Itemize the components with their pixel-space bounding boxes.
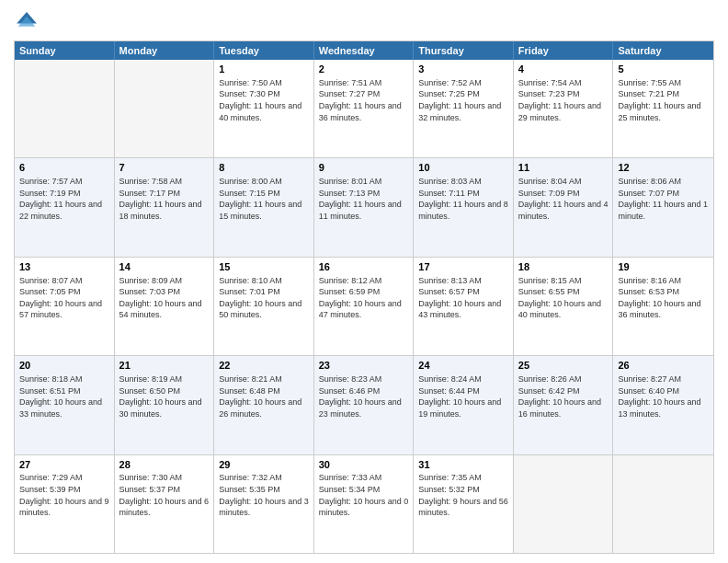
weekday-header: Thursday <box>414 41 514 60</box>
day-number: 5 <box>618 63 709 76</box>
logo-icon <box>14 9 40 35</box>
day-number: 10 <box>418 161 508 175</box>
day-info: Sunrise: 7:50 AM Sunset: 7:30 PM Dayligh… <box>219 77 309 123</box>
weekday-header: Saturday <box>613 41 713 60</box>
calendar-body: 1Sunrise: 7:50 AM Sunset: 7:30 PM Daylig… <box>15 60 713 553</box>
calendar-cell: 29Sunrise: 7:32 AM Sunset: 5:35 PM Dayli… <box>214 455 314 553</box>
calendar-cell: 3Sunrise: 7:52 AM Sunset: 7:25 PM Daylig… <box>414 60 514 157</box>
calendar-cell: 27Sunrise: 7:29 AM Sunset: 5:39 PM Dayli… <box>15 455 115 553</box>
day-info: Sunrise: 7:29 AM Sunset: 5:39 PM Dayligh… <box>19 472 109 518</box>
calendar-cell: 1Sunrise: 7:50 AM Sunset: 7:30 PM Daylig… <box>214 60 314 157</box>
calendar: SundayMondayTuesdayWednesdayThursdayFrid… <box>14 40 714 554</box>
day-info: Sunrise: 8:00 AM Sunset: 7:15 PM Dayligh… <box>219 176 309 222</box>
day-number: 26 <box>618 359 709 373</box>
calendar-row: 6Sunrise: 7:57 AM Sunset: 7:19 PM Daylig… <box>15 157 713 256</box>
calendar-cell: 10Sunrise: 8:03 AM Sunset: 7:11 PM Dayli… <box>414 158 514 256</box>
day-number: 14 <box>119 260 210 274</box>
calendar-cell: 2Sunrise: 7:51 AM Sunset: 7:27 PM Daylig… <box>314 60 415 157</box>
calendar-cell: 28Sunrise: 7:30 AM Sunset: 5:37 PM Dayli… <box>115 455 215 553</box>
day-number: 27 <box>19 458 109 472</box>
day-info: Sunrise: 8:10 AM Sunset: 7:01 PM Dayligh… <box>219 275 309 321</box>
day-info: Sunrise: 8:04 AM Sunset: 7:09 PM Dayligh… <box>518 176 609 222</box>
day-info: Sunrise: 7:58 AM Sunset: 7:17 PM Dayligh… <box>119 176 210 222</box>
calendar-cell <box>115 60 215 157</box>
day-info: Sunrise: 8:24 AM Sunset: 6:44 PM Dayligh… <box>418 373 508 419</box>
day-info: Sunrise: 7:32 AM Sunset: 5:35 PM Dayligh… <box>219 472 309 518</box>
day-number: 2 <box>319 63 409 76</box>
calendar-row: 27Sunrise: 7:29 AM Sunset: 5:39 PM Dayli… <box>15 454 713 553</box>
day-number: 19 <box>618 260 709 274</box>
calendar-cell: 18Sunrise: 8:15 AM Sunset: 6:55 PM Dayli… <box>514 258 614 355</box>
calendar-row: 1Sunrise: 7:50 AM Sunset: 7:30 PM Daylig… <box>15 60 713 157</box>
calendar-cell: 15Sunrise: 8:10 AM Sunset: 7:01 PM Dayli… <box>214 258 314 355</box>
calendar-cell: 20Sunrise: 8:18 AM Sunset: 6:51 PM Dayli… <box>15 356 115 454</box>
calendar-row: 20Sunrise: 8:18 AM Sunset: 6:51 PM Dayli… <box>15 355 713 454</box>
day-number: 1 <box>219 63 309 76</box>
day-info: Sunrise: 8:03 AM Sunset: 7:11 PM Dayligh… <box>418 176 508 222</box>
day-number: 29 <box>219 458 309 472</box>
day-number: 16 <box>319 260 409 274</box>
day-number: 31 <box>418 458 508 472</box>
day-number: 12 <box>618 161 709 175</box>
day-info: Sunrise: 8:19 AM Sunset: 6:50 PM Dayligh… <box>119 373 210 419</box>
day-info: Sunrise: 8:15 AM Sunset: 6:55 PM Dayligh… <box>518 275 609 321</box>
day-number: 4 <box>518 63 609 76</box>
calendar-cell: 6Sunrise: 7:57 AM Sunset: 7:19 PM Daylig… <box>15 158 115 256</box>
calendar-cell: 16Sunrise: 8:12 AM Sunset: 6:59 PM Dayli… <box>314 258 415 355</box>
calendar-cell: 22Sunrise: 8:21 AM Sunset: 6:48 PM Dayli… <box>214 356 314 454</box>
day-info: Sunrise: 7:35 AM Sunset: 5:32 PM Dayligh… <box>418 472 508 518</box>
calendar-cell: 5Sunrise: 7:55 AM Sunset: 7:21 PM Daylig… <box>613 60 713 157</box>
day-number: 6 <box>19 161 109 175</box>
day-info: Sunrise: 8:23 AM Sunset: 6:46 PM Dayligh… <box>319 373 409 419</box>
day-number: 11 <box>518 161 609 175</box>
day-info: Sunrise: 7:33 AM Sunset: 5:34 PM Dayligh… <box>319 472 409 518</box>
day-number: 3 <box>418 63 508 76</box>
day-info: Sunrise: 8:13 AM Sunset: 6:57 PM Dayligh… <box>418 275 508 321</box>
day-info: Sunrise: 8:18 AM Sunset: 6:51 PM Dayligh… <box>19 373 109 419</box>
day-number: 24 <box>418 359 508 373</box>
calendar-cell: 11Sunrise: 8:04 AM Sunset: 7:09 PM Dayli… <box>514 158 614 256</box>
day-info: Sunrise: 7:30 AM Sunset: 5:37 PM Dayligh… <box>119 472 210 518</box>
day-number: 22 <box>219 359 309 373</box>
day-info: Sunrise: 8:12 AM Sunset: 6:59 PM Dayligh… <box>319 275 409 321</box>
logo <box>14 9 43 35</box>
day-info: Sunrise: 8:27 AM Sunset: 6:40 PM Dayligh… <box>618 373 709 419</box>
day-info: Sunrise: 7:51 AM Sunset: 7:27 PM Dayligh… <box>319 77 409 123</box>
calendar-cell: 17Sunrise: 8:13 AM Sunset: 6:57 PM Dayli… <box>414 258 514 355</box>
day-number: 9 <box>319 161 409 175</box>
day-info: Sunrise: 7:52 AM Sunset: 7:25 PM Dayligh… <box>418 77 508 123</box>
calendar-cell: 30Sunrise: 7:33 AM Sunset: 5:34 PM Dayli… <box>314 455 415 553</box>
calendar-cell: 8Sunrise: 8:00 AM Sunset: 7:15 PM Daylig… <box>214 158 314 256</box>
day-number: 7 <box>119 161 210 175</box>
day-number: 23 <box>319 359 409 373</box>
day-number: 18 <box>518 260 609 274</box>
calendar-cell <box>613 455 713 553</box>
day-number: 20 <box>19 359 109 373</box>
calendar-cell: 4Sunrise: 7:54 AM Sunset: 7:23 PM Daylig… <box>514 60 614 157</box>
calendar-cell: 21Sunrise: 8:19 AM Sunset: 6:50 PM Dayli… <box>115 356 215 454</box>
day-number: 8 <box>219 161 309 175</box>
calendar-cell: 31Sunrise: 7:35 AM Sunset: 5:32 PM Dayli… <box>414 455 514 553</box>
day-number: 15 <box>219 260 309 274</box>
day-number: 28 <box>119 458 210 472</box>
day-number: 13 <box>19 260 109 274</box>
calendar-cell: 14Sunrise: 8:09 AM Sunset: 7:03 PM Dayli… <box>115 258 215 355</box>
weekday-header: Friday <box>514 41 614 60</box>
weekday-header: Wednesday <box>314 41 415 60</box>
calendar-cell: 9Sunrise: 8:01 AM Sunset: 7:13 PM Daylig… <box>314 158 415 256</box>
calendar-cell: 24Sunrise: 8:24 AM Sunset: 6:44 PM Dayli… <box>414 356 514 454</box>
day-number: 25 <box>518 359 609 373</box>
calendar-cell: 12Sunrise: 8:06 AM Sunset: 7:07 PM Dayli… <box>613 158 713 256</box>
calendar-cell: 13Sunrise: 8:07 AM Sunset: 7:05 PM Dayli… <box>15 258 115 355</box>
day-info: Sunrise: 8:26 AM Sunset: 6:42 PM Dayligh… <box>518 373 609 419</box>
day-info: Sunrise: 8:06 AM Sunset: 7:07 PM Dayligh… <box>618 176 709 222</box>
day-info: Sunrise: 8:07 AM Sunset: 7:05 PM Dayligh… <box>19 275 109 321</box>
day-info: Sunrise: 7:57 AM Sunset: 7:19 PM Dayligh… <box>19 176 109 222</box>
calendar-header: SundayMondayTuesdayWednesdayThursdayFrid… <box>15 41 713 60</box>
day-info: Sunrise: 8:21 AM Sunset: 6:48 PM Dayligh… <box>219 373 309 419</box>
weekday-header: Monday <box>115 41 215 60</box>
calendar-cell: 19Sunrise: 8:16 AM Sunset: 6:53 PM Dayli… <box>613 258 713 355</box>
calendar-cell: 7Sunrise: 7:58 AM Sunset: 7:17 PM Daylig… <box>115 158 215 256</box>
calendar-cell: 23Sunrise: 8:23 AM Sunset: 6:46 PM Dayli… <box>314 356 415 454</box>
day-number: 21 <box>119 359 210 373</box>
